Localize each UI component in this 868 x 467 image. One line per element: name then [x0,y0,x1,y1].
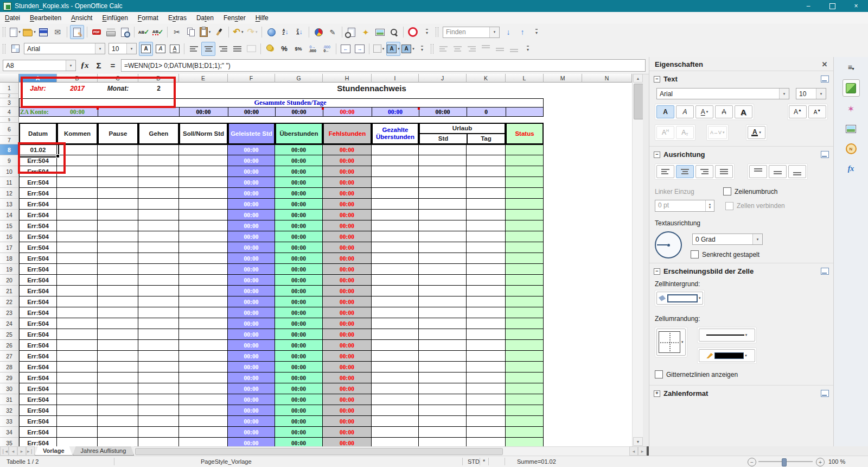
column-header-J[interactable]: J [419,74,467,83]
cell-K18[interactable] [467,253,506,264]
chevron-down-icon[interactable]: ▾ [752,234,762,244]
cell-D26[interactable] [138,340,179,351]
chevron-down-icon[interactable]: ▾ [779,89,789,99]
bold-icon[interactable]: A [139,42,153,56]
cell-A24[interactable]: Err:504 [19,318,57,329]
cell-E22[interactable] [179,296,228,307]
cell-A10[interactable]: Err:504 [19,166,57,177]
cell-A25[interactable]: Err:504 [19,329,57,340]
cell-A35[interactable]: Err:504 [19,438,57,446]
font-color-icon[interactable]: A▾ [401,42,414,55]
cell-H34[interactable]: 00:00 [323,427,372,438]
cell-E12[interactable] [179,188,228,199]
cell-H8[interactable]: 00:00 [323,144,372,155]
row-header-18[interactable]: 18 [0,253,19,264]
cell-D19[interactable] [138,264,179,275]
cell-F16[interactable]: 00:00 [228,231,275,242]
row-header-27[interactable]: 27 [0,351,19,362]
align-right-icon[interactable] [216,42,229,55]
cell-E21[interactable] [179,286,228,296]
zoom-icon[interactable] [387,26,400,39]
cell-E28[interactable] [179,362,228,373]
cell-G17[interactable]: 00:00 [275,242,323,253]
shadow-button[interactable]: A [735,105,752,118]
maximize-button[interactable] [820,0,844,12]
cell-G19[interactable]: 00:00 [275,264,323,275]
italic-button[interactable]: A [676,105,694,118]
cell-H15[interactable]: 00:00 [323,220,372,231]
cell-E16[interactable] [179,231,228,242]
bold-button[interactable]: A [656,105,674,118]
checkbox-icon[interactable] [725,202,733,210]
cell-A34[interactable]: Err:504 [19,427,57,438]
menu-datei[interactable]: Datei [0,12,25,23]
header-urlaub-std[interactable]: Std [420,134,468,143]
next-sheet-icon[interactable]: ▸ [17,446,26,456]
cell-B26[interactable] [57,340,98,351]
cell-K12[interactable] [467,188,506,199]
cell-H29[interactable]: 00:00 [323,373,372,383]
cell-H33[interactable]: 00:00 [323,416,372,427]
cell-K14[interactable] [467,210,506,220]
obj-center-h-icon[interactable] [451,42,464,55]
cell-I11[interactable] [372,177,419,188]
left-indent-stepper[interactable]: 0 pt ▲▼ [655,200,714,212]
cell-F28[interactable]: 00:00 [228,362,275,373]
cell-F26[interactable]: 00:00 [228,340,275,351]
cell-J8[interactable] [419,144,467,155]
cell-C1[interactable]: Monat: [98,83,138,94]
sidebar-align-bottom-button[interactable] [788,165,806,178]
navigator-icon[interactable]: ✦ [359,26,372,39]
cell-J14[interactable] [419,210,467,220]
align-center-icon[interactable] [201,42,215,56]
cell-K8[interactable] [467,144,506,155]
cell-K11[interactable] [467,177,506,188]
cell-I14[interactable] [372,210,419,220]
cell-E18[interactable] [179,253,228,264]
cell-G32[interactable]: 00:00 [275,405,323,416]
cell-L18[interactable] [506,253,544,264]
cell-C12[interactable] [98,188,138,199]
row-header-9[interactable]: 9 [0,155,19,166]
cell-K34[interactable] [467,427,506,438]
cell-C28[interactable] [98,362,138,373]
cell-G28[interactable]: 00:00 [275,362,323,373]
cell-D8[interactable] [138,144,179,155]
cell-B29[interactable] [57,373,98,383]
column-header-K[interactable]: K [467,74,506,83]
cell-H17[interactable]: 00:00 [323,242,372,253]
subscript-button[interactable]: AT [676,126,694,139]
standard-format-icon[interactable]: $% [292,42,305,55]
cell-H4[interactable]: 00:00 [323,107,372,117]
copy-icon[interactable] [184,26,197,39]
column-header-B[interactable]: B [57,74,98,83]
cell-G11[interactable]: 00:00 [275,177,323,188]
cell-D34[interactable] [138,427,179,438]
cell-J17[interactable] [419,242,467,253]
scroll-left-icon[interactable]: ◂ [629,446,638,456]
cell-B25[interactable] [57,329,98,340]
find-input[interactable]: Finden [443,28,489,36]
row-header-12[interactable]: 12 [0,188,19,199]
background-color-icon[interactable]: A▾ [386,42,400,56]
cell-D9[interactable] [138,155,179,166]
cell-C11[interactable] [98,177,138,188]
cell-D32[interactable] [138,405,179,416]
menu-fenster[interactable]: Fenster [219,12,251,23]
cell-I35[interactable] [372,438,419,446]
cell-K16[interactable] [467,231,506,242]
cell-K33[interactable] [467,416,506,427]
row-header-1[interactable]: 1 [0,83,19,94]
row-header-30[interactable]: 30 [0,383,19,394]
cell-L34[interactable] [506,427,544,438]
cell-B13[interactable] [57,199,98,210]
cell-C31[interactable] [98,394,138,405]
cell-B30[interactable] [57,383,98,394]
select-all-corner[interactable] [0,74,19,83]
cell-H9[interactable]: 00:00 [323,155,372,166]
sidebar-tab-navigator[interactable]: N [843,141,859,157]
cell-B27[interactable] [57,351,98,362]
cell-G25[interactable]: 00:00 [275,329,323,340]
cell-I8[interactable] [372,144,419,155]
cell-J35[interactable] [419,438,467,446]
